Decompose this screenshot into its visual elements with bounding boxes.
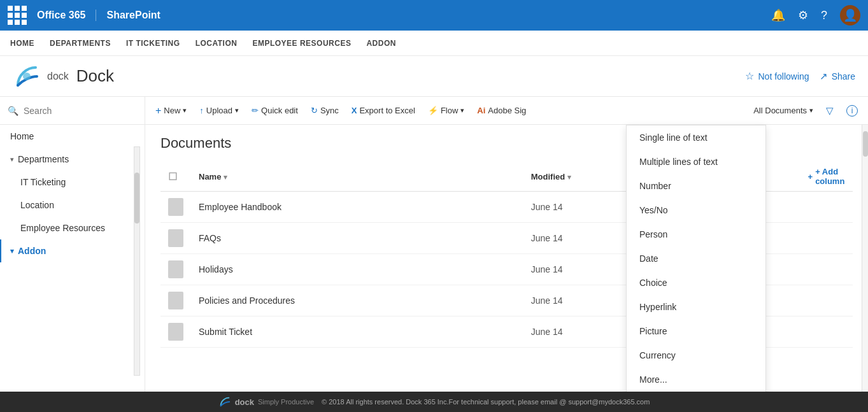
share-button[interactable]: ↗ Share: [820, 71, 855, 82]
row-icon: [160, 192, 191, 223]
row-icon: [160, 285, 191, 316]
row-name[interactable]: Employee Handbook: [191, 192, 523, 223]
dropdown-item[interactable]: Person: [627, 222, 765, 246]
plus-icon: +: [808, 172, 813, 181]
site-logo: dock: [13, 62, 69, 90]
dropdown-item[interactable]: Picture: [627, 319, 765, 343]
export-button[interactable]: X Export to Excel: [346, 102, 420, 119]
dropdown-item[interactable]: More...: [627, 367, 765, 392]
info-icon: i: [846, 105, 858, 117]
chevron-down-icon: ▾: [10, 155, 14, 164]
row-extra: [800, 254, 853, 285]
row-name[interactable]: Policies and Procedures: [191, 285, 523, 316]
star-icon: ☆: [745, 70, 754, 82]
row-name[interactable]: Submit Ticket: [191, 316, 523, 348]
sidebar-item-addon[interactable]: ▾ Addon: [0, 239, 145, 262]
avatar[interactable]: 👤: [840, 5, 860, 25]
alldocuments-label: All Documents: [753, 106, 807, 115]
sidebar-scroll: Home ▾ Departments IT Ticketing Location…: [0, 125, 145, 392]
col-addcol-header[interactable]: + + Add column: [800, 162, 853, 192]
dropdown-item[interactable]: Single line of text: [627, 125, 765, 150]
sort-icon: ▾: [567, 173, 571, 181]
flow-label: Flow: [441, 106, 458, 115]
dropdown-item[interactable]: Hyperlink: [627, 295, 765, 319]
share-icon: ↗: [820, 71, 828, 82]
settings-icon[interactable]: ⚙: [798, 8, 808, 22]
sidebar-item-label: Addon: [18, 246, 46, 256]
sidebar-item-it-ticketing[interactable]: IT Ticketing: [0, 171, 145, 194]
nav-location[interactable]: LOCATION: [196, 31, 238, 56]
export-label: Export to Excel: [359, 106, 415, 115]
dropdown-item[interactable]: Number: [627, 174, 765, 198]
content-scrollbar[interactable]: [862, 125, 868, 392]
nav-home[interactable]: HOME: [10, 31, 34, 56]
main-layout: 🔍 Home ▾ Departments IT Ticketing Locati…: [0, 97, 868, 392]
row-extra: [800, 192, 853, 223]
sidebar-scrollbar[interactable]: [134, 146, 140, 376]
sidebar-item-label: IT Ticketing: [20, 177, 66, 187]
footer-logo-text: dock: [235, 397, 254, 407]
toolbar-right: All Documents ▾ ▽ i: [748, 101, 863, 120]
nav-it-ticketing[interactable]: IT TICKETING: [126, 31, 180, 56]
upload-icon: ↑: [199, 106, 204, 115]
excel-icon: X: [352, 106, 357, 115]
add-column-button[interactable]: + + Add column: [808, 167, 845, 186]
nav-employee-resources[interactable]: EMPLOYEE RESOURCES: [252, 31, 351, 56]
footer: dock Simply Productive © 2018 All rights…: [0, 392, 868, 412]
content-area: + New ▾ ↑ Upload ▾ ✏ Quick edit ↻ Sync X…: [145, 97, 868, 392]
dropdown-item[interactable]: Date: [627, 246, 765, 271]
search-input[interactable]: [24, 106, 137, 116]
chevron-down-icon: ▾: [10, 247, 14, 255]
row-icon: [160, 254, 191, 285]
sidebar-item-home[interactable]: Home: [0, 125, 145, 148]
filter-button[interactable]: ▽: [821, 101, 839, 120]
adobesig-label: Adobe Sig: [488, 106, 526, 115]
row-extra: [800, 285, 853, 316]
quickedit-button[interactable]: ✏ Quick edit: [246, 102, 303, 119]
help-icon[interactable]: ?: [821, 9, 827, 22]
sidebar-item-employee-resources[interactable]: Employee Resources: [0, 217, 145, 239]
office365-label[interactable]: Office 365: [37, 10, 96, 21]
toolbar: + New ▾ ↑ Upload ▾ ✏ Quick edit ↻ Sync X…: [145, 97, 868, 125]
plus-icon: +: [155, 105, 161, 117]
chevron-down-icon: ▾: [235, 106, 239, 115]
flow-button[interactable]: ⚡ Flow ▾: [423, 102, 469, 119]
sidebar-item-label: Employee Resources: [20, 223, 105, 233]
info-button[interactable]: i: [841, 101, 863, 120]
adobesig-button[interactable]: Ai Adobe Sig: [472, 102, 531, 119]
sidebar-item-departments[interactable]: ▾ Departments: [0, 148, 145, 171]
col-name-header[interactable]: Name ▾: [191, 162, 523, 192]
site-title: Dock: [76, 66, 114, 86]
filter-icon: ▽: [826, 105, 834, 117]
top-bar-right: 🔔 ⚙ ? 👤: [771, 5, 860, 25]
share-label: Share: [832, 71, 855, 82]
dropdown-item[interactable]: Currency: [627, 343, 765, 367]
new-button[interactable]: + New ▾: [150, 101, 192, 120]
row-name[interactable]: Holidays: [191, 254, 523, 285]
search-icon: 🔍: [8, 106, 18, 116]
nav-departments[interactable]: DEPARTMENTS: [50, 31, 111, 56]
all-documents-button[interactable]: All Documents ▾: [748, 102, 818, 119]
sidebar-item-location[interactable]: Location: [0, 194, 145, 217]
dock-footer-logo-icon: [218, 395, 231, 408]
chevron-down-icon: ▾: [183, 106, 187, 115]
upload-button[interactable]: ↑ Upload ▾: [194, 102, 244, 119]
sidebar-item-label: Departments: [18, 154, 69, 164]
flow-icon: ⚡: [428, 106, 438, 115]
column-type-dropdown: Single line of textMultiple lines of tex…: [626, 125, 766, 392]
waffle-menu[interactable]: [8, 6, 27, 25]
notification-icon[interactable]: 🔔: [771, 8, 785, 22]
chevron-down-icon: ▾: [460, 106, 464, 115]
nav-addon[interactable]: ADDON: [366, 31, 396, 56]
pencil-icon: ✏: [252, 106, 259, 115]
row-name[interactable]: FAQs: [191, 223, 523, 254]
sync-label: Sync: [320, 106, 339, 115]
footer-tagline: Simply Productive: [258, 398, 314, 406]
sort-icon: ▾: [224, 173, 227, 181]
dropdown-item[interactable]: Multiple lines of text: [627, 150, 765, 174]
dropdown-item[interactable]: Choice: [627, 271, 765, 295]
follow-button[interactable]: ☆ Not following: [745, 70, 809, 82]
sync-button[interactable]: ↻ Sync: [306, 102, 344, 119]
dropdown-item[interactable]: Yes/No: [627, 198, 765, 222]
row-extra: [800, 316, 853, 348]
